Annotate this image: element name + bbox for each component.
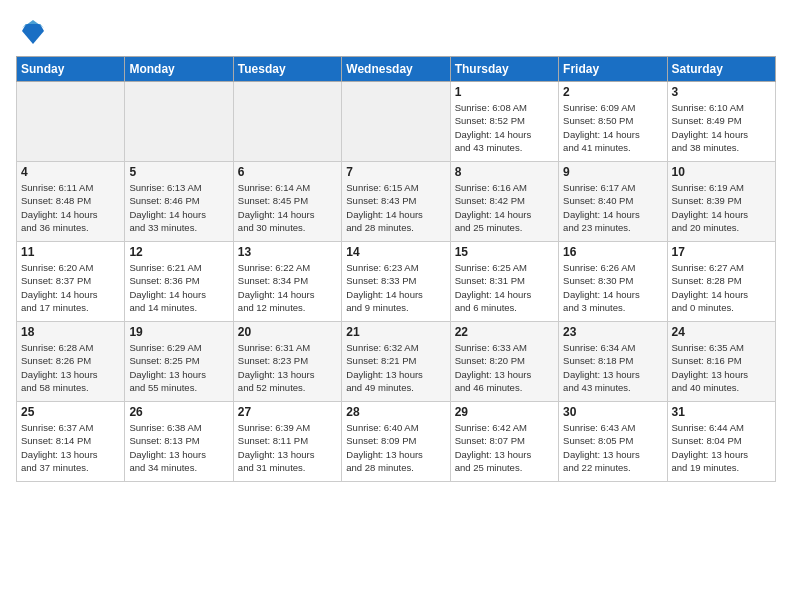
calendar-cell: 19Sunrise: 6:29 AM Sunset: 8:25 PM Dayli… (125, 322, 233, 402)
day-number: 25 (21, 405, 120, 419)
calendar-cell: 25Sunrise: 6:37 AM Sunset: 8:14 PM Dayli… (17, 402, 125, 482)
day-info: Sunrise: 6:15 AM Sunset: 8:43 PM Dayligh… (346, 181, 445, 234)
calendar-cell: 27Sunrise: 6:39 AM Sunset: 8:11 PM Dayli… (233, 402, 341, 482)
day-number: 10 (672, 165, 771, 179)
day-number: 7 (346, 165, 445, 179)
calendar-cell: 12Sunrise: 6:21 AM Sunset: 8:36 PM Dayli… (125, 242, 233, 322)
day-info: Sunrise: 6:26 AM Sunset: 8:30 PM Dayligh… (563, 261, 662, 314)
day-number: 24 (672, 325, 771, 339)
day-number: 5 (129, 165, 228, 179)
day-number: 6 (238, 165, 337, 179)
day-number: 18 (21, 325, 120, 339)
calendar-cell: 3Sunrise: 6:10 AM Sunset: 8:49 PM Daylig… (667, 82, 775, 162)
calendar-cell: 30Sunrise: 6:43 AM Sunset: 8:05 PM Dayli… (559, 402, 667, 482)
day-info: Sunrise: 6:29 AM Sunset: 8:25 PM Dayligh… (129, 341, 228, 394)
weekday-header: Friday (559, 57, 667, 82)
day-number: 22 (455, 325, 554, 339)
day-number: 19 (129, 325, 228, 339)
day-number: 27 (238, 405, 337, 419)
day-info: Sunrise: 6:17 AM Sunset: 8:40 PM Dayligh… (563, 181, 662, 234)
calendar-cell: 29Sunrise: 6:42 AM Sunset: 8:07 PM Dayli… (450, 402, 558, 482)
day-info: Sunrise: 6:23 AM Sunset: 8:33 PM Dayligh… (346, 261, 445, 314)
day-info: Sunrise: 6:37 AM Sunset: 8:14 PM Dayligh… (21, 421, 120, 474)
day-number: 4 (21, 165, 120, 179)
logo-icon (18, 16, 48, 46)
day-info: Sunrise: 6:38 AM Sunset: 8:13 PM Dayligh… (129, 421, 228, 474)
page: SundayMondayTuesdayWednesdayThursdayFrid… (0, 0, 792, 612)
day-info: Sunrise: 6:42 AM Sunset: 8:07 PM Dayligh… (455, 421, 554, 474)
day-info: Sunrise: 6:10 AM Sunset: 8:49 PM Dayligh… (672, 101, 771, 154)
day-number: 30 (563, 405, 662, 419)
svg-marker-0 (22, 24, 44, 44)
calendar-cell: 31Sunrise: 6:44 AM Sunset: 8:04 PM Dayli… (667, 402, 775, 482)
calendar-cell (342, 82, 450, 162)
calendar-cell: 23Sunrise: 6:34 AM Sunset: 8:18 PM Dayli… (559, 322, 667, 402)
day-number: 31 (672, 405, 771, 419)
calendar-week-row: 18Sunrise: 6:28 AM Sunset: 8:26 PM Dayli… (17, 322, 776, 402)
day-info: Sunrise: 6:33 AM Sunset: 8:20 PM Dayligh… (455, 341, 554, 394)
day-info: Sunrise: 6:31 AM Sunset: 8:23 PM Dayligh… (238, 341, 337, 394)
logo (16, 16, 48, 46)
day-info: Sunrise: 6:14 AM Sunset: 8:45 PM Dayligh… (238, 181, 337, 234)
calendar-week-row: 1Sunrise: 6:08 AM Sunset: 8:52 PM Daylig… (17, 82, 776, 162)
day-info: Sunrise: 6:32 AM Sunset: 8:21 PM Dayligh… (346, 341, 445, 394)
calendar-cell: 24Sunrise: 6:35 AM Sunset: 8:16 PM Dayli… (667, 322, 775, 402)
calendar-cell: 22Sunrise: 6:33 AM Sunset: 8:20 PM Dayli… (450, 322, 558, 402)
calendar-cell: 28Sunrise: 6:40 AM Sunset: 8:09 PM Dayli… (342, 402, 450, 482)
calendar-cell: 20Sunrise: 6:31 AM Sunset: 8:23 PM Dayli… (233, 322, 341, 402)
calendar-cell: 9Sunrise: 6:17 AM Sunset: 8:40 PM Daylig… (559, 162, 667, 242)
calendar-cell: 15Sunrise: 6:25 AM Sunset: 8:31 PM Dayli… (450, 242, 558, 322)
day-number: 21 (346, 325, 445, 339)
calendar-week-row: 25Sunrise: 6:37 AM Sunset: 8:14 PM Dayli… (17, 402, 776, 482)
calendar-cell: 18Sunrise: 6:28 AM Sunset: 8:26 PM Dayli… (17, 322, 125, 402)
calendar-cell: 21Sunrise: 6:32 AM Sunset: 8:21 PM Dayli… (342, 322, 450, 402)
day-info: Sunrise: 6:39 AM Sunset: 8:11 PM Dayligh… (238, 421, 337, 474)
day-number: 17 (672, 245, 771, 259)
calendar-header-row: SundayMondayTuesdayWednesdayThursdayFrid… (17, 57, 776, 82)
calendar-cell: 17Sunrise: 6:27 AM Sunset: 8:28 PM Dayli… (667, 242, 775, 322)
weekday-header: Monday (125, 57, 233, 82)
calendar-cell: 8Sunrise: 6:16 AM Sunset: 8:42 PM Daylig… (450, 162, 558, 242)
header (16, 16, 776, 46)
day-info: Sunrise: 6:19 AM Sunset: 8:39 PM Dayligh… (672, 181, 771, 234)
day-number: 8 (455, 165, 554, 179)
calendar-cell: 10Sunrise: 6:19 AM Sunset: 8:39 PM Dayli… (667, 162, 775, 242)
day-info: Sunrise: 6:28 AM Sunset: 8:26 PM Dayligh… (21, 341, 120, 394)
day-number: 3 (672, 85, 771, 99)
day-number: 20 (238, 325, 337, 339)
day-number: 26 (129, 405, 228, 419)
day-number: 12 (129, 245, 228, 259)
calendar-cell: 2Sunrise: 6:09 AM Sunset: 8:50 PM Daylig… (559, 82, 667, 162)
calendar-cell (233, 82, 341, 162)
day-info: Sunrise: 6:34 AM Sunset: 8:18 PM Dayligh… (563, 341, 662, 394)
day-number: 15 (455, 245, 554, 259)
day-info: Sunrise: 6:25 AM Sunset: 8:31 PM Dayligh… (455, 261, 554, 314)
day-info: Sunrise: 6:11 AM Sunset: 8:48 PM Dayligh… (21, 181, 120, 234)
weekday-header: Wednesday (342, 57, 450, 82)
calendar-cell: 11Sunrise: 6:20 AM Sunset: 8:37 PM Dayli… (17, 242, 125, 322)
calendar-cell: 14Sunrise: 6:23 AM Sunset: 8:33 PM Dayli… (342, 242, 450, 322)
calendar-cell: 5Sunrise: 6:13 AM Sunset: 8:46 PM Daylig… (125, 162, 233, 242)
day-info: Sunrise: 6:21 AM Sunset: 8:36 PM Dayligh… (129, 261, 228, 314)
calendar-table: SundayMondayTuesdayWednesdayThursdayFrid… (16, 56, 776, 482)
day-info: Sunrise: 6:43 AM Sunset: 8:05 PM Dayligh… (563, 421, 662, 474)
weekday-header: Thursday (450, 57, 558, 82)
calendar-cell: 16Sunrise: 6:26 AM Sunset: 8:30 PM Dayli… (559, 242, 667, 322)
day-info: Sunrise: 6:13 AM Sunset: 8:46 PM Dayligh… (129, 181, 228, 234)
day-number: 16 (563, 245, 662, 259)
day-number: 28 (346, 405, 445, 419)
day-info: Sunrise: 6:35 AM Sunset: 8:16 PM Dayligh… (672, 341, 771, 394)
calendar-cell (17, 82, 125, 162)
weekday-header: Tuesday (233, 57, 341, 82)
day-info: Sunrise: 6:09 AM Sunset: 8:50 PM Dayligh… (563, 101, 662, 154)
calendar-cell: 13Sunrise: 6:22 AM Sunset: 8:34 PM Dayli… (233, 242, 341, 322)
day-info: Sunrise: 6:16 AM Sunset: 8:42 PM Dayligh… (455, 181, 554, 234)
day-info: Sunrise: 6:08 AM Sunset: 8:52 PM Dayligh… (455, 101, 554, 154)
calendar-cell: 4Sunrise: 6:11 AM Sunset: 8:48 PM Daylig… (17, 162, 125, 242)
day-number: 14 (346, 245, 445, 259)
day-info: Sunrise: 6:40 AM Sunset: 8:09 PM Dayligh… (346, 421, 445, 474)
day-number: 11 (21, 245, 120, 259)
day-number: 1 (455, 85, 554, 99)
calendar-cell (125, 82, 233, 162)
calendar-week-row: 4Sunrise: 6:11 AM Sunset: 8:48 PM Daylig… (17, 162, 776, 242)
